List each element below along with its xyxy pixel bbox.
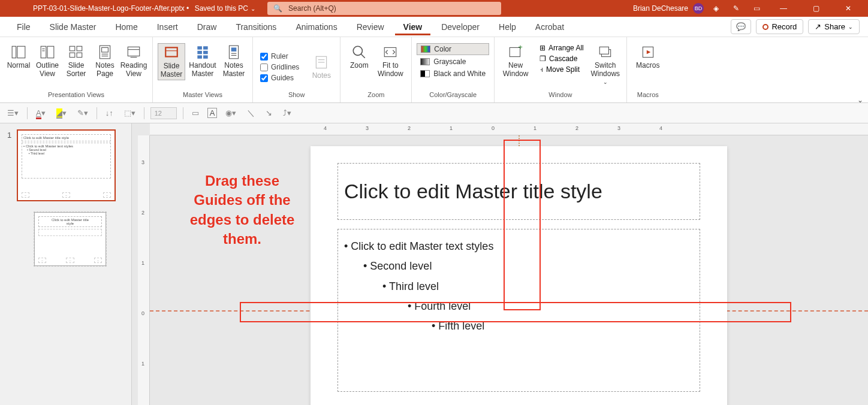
close-button[interactable]: ✕ — [834, 0, 862, 17]
search-placeholder: Search (Alt+Q) — [288, 4, 336, 13]
collapse-ribbon-icon[interactable]: ⌄ — [857, 96, 863, 104]
arrange-all-button[interactable]: ⊞Arrange All — [538, 43, 586, 53]
notes-button[interactable]: Notes — [308, 53, 335, 81]
normal-view-button[interactable]: Normal — [5, 43, 32, 71]
grayscale-button[interactable]: Grayscale — [417, 56, 489, 67]
save-status[interactable]: Saved to this PC — [195, 4, 248, 13]
rectangle-shape-icon[interactable]: ▭ — [189, 107, 201, 119]
svg-rect-20 — [203, 46, 208, 49]
svg-rect-21 — [197, 51, 202, 54]
tab-home[interactable]: Home — [107, 19, 146, 35]
group-label: Show — [288, 91, 305, 100]
arrange-icon: ⊞ — [540, 44, 545, 52]
tab-developer[interactable]: Developer — [433, 19, 488, 35]
highlight-icon[interactable]: ◢▾ — [54, 107, 69, 119]
edit-canvas[interactable]: 4 3 2 1 0 1 2 3 4 3 2 1 0 1 2 Drag these… — [132, 123, 868, 405]
svg-rect-26 — [231, 47, 237, 52]
pen-icon[interactable]: ✎ — [728, 4, 744, 13]
group-label: Master Views — [183, 91, 222, 100]
file-name: PPT-03-01-Slide-Master-Logo-Footer-After… — [0, 4, 185, 13]
font-size-input[interactable]: 12 — [150, 107, 177, 119]
tab-view[interactable]: View — [395, 19, 431, 35]
svg-marker-40 — [647, 50, 651, 55]
gridlines-checkbox[interactable]: Gridlines — [260, 63, 299, 71]
tab-animations[interactable]: Animations — [287, 19, 345, 35]
group-window: +New Window ⊞Arrange All ❐Cascade ⫞Move … — [495, 37, 627, 102]
group-label: Zoom — [367, 91, 384, 100]
main-area: 1 Click to edit Master title style • Cli… — [0, 123, 868, 405]
search-input[interactable]: 🔍 Search (Alt+Q) — [267, 2, 501, 15]
window-mode-icon[interactable]: ▭ — [749, 4, 765, 13]
chevron-down-icon[interactable]: ⌄ — [251, 5, 255, 12]
textbox-icon[interactable]: A — [207, 108, 218, 118]
horizontal-ruler[interactable]: 4 3 2 1 0 1 2 3 4 — [150, 123, 868, 135]
group-macros: Macros Macros — [627, 37, 669, 102]
new-window-button[interactable]: +New Window — [499, 43, 532, 79]
share-button[interactable]: ↗Share⌄ — [808, 19, 860, 34]
master-thumbnail[interactable]: Click to edit Master title style • Click… — [17, 129, 116, 201]
comments-button[interactable]: 💬 — [731, 19, 751, 34]
svg-rect-2 — [41, 46, 46, 58]
switch-windows-button[interactable]: Switch Windows⌄ — [589, 43, 622, 86]
font-color-icon[interactable]: A▾ — [34, 107, 48, 119]
slide-sorter-button[interactable]: Slide Sorter — [62, 43, 90, 79]
reading-view-button[interactable]: Reading View — [120, 43, 147, 79]
layout-thumbnail[interactable]: Click to edit Master title style .......… — [34, 212, 106, 266]
svg-rect-14 — [128, 47, 140, 56]
tab-transitions[interactable]: Transitions — [227, 19, 285, 35]
tab-insert[interactable]: Insert — [149, 19, 186, 35]
cascade-button[interactable]: ❐Cascade — [538, 54, 586, 64]
group-show: Ruler Gridlines Guides Notes Show — [253, 37, 340, 102]
connector-icon[interactable]: ⤴▾ — [281, 107, 294, 119]
minimize-button[interactable]: — — [770, 0, 797, 17]
group-label: Presentation Views — [48, 91, 104, 100]
group-label: Window — [548, 91, 572, 100]
black-white-button[interactable]: Black and White — [417, 68, 489, 79]
group-label: Color/Grayscale — [429, 91, 477, 100]
arrow-icon[interactable]: ↘ — [263, 107, 275, 119]
move-split-button[interactable]: ⫞Move Split — [538, 65, 586, 74]
color-button[interactable]: Color — [417, 43, 489, 55]
macros-button[interactable]: Macros — [632, 43, 664, 71]
pen-icon[interactable]: ✎▾ — [75, 107, 91, 119]
color-icon — [421, 46, 430, 53]
tab-draw[interactable]: Draw — [189, 19, 225, 35]
tab-review[interactable]: Review — [348, 19, 393, 35]
annotation-text: Drag these Guides off the edges to delet… — [182, 171, 302, 249]
svg-rect-22 — [203, 51, 208, 54]
maximize-button[interactable]: ▢ — [802, 0, 830, 17]
guides-checkbox[interactable]: Guides — [260, 74, 299, 82]
tab-file[interactable]: File — [8, 19, 39, 35]
tab-acrobat[interactable]: Acrobat — [527, 19, 572, 35]
notes-page-button[interactable]: Notes Page — [91, 43, 119, 79]
svg-rect-0 — [12, 46, 16, 58]
diamond-icon[interactable]: ◈ — [709, 4, 724, 13]
svg-rect-23 — [197, 55, 202, 58]
shapes-icon[interactable]: ◉▾ — [223, 107, 239, 119]
outline-view-button[interactable]: Outline View — [34, 43, 61, 79]
tab-help[interactable]: Help — [490, 19, 525, 35]
tab-slide-master[interactable]: Slide Master — [41, 19, 105, 35]
line-icon[interactable]: ＼ — [245, 107, 257, 120]
cascade-icon: ❐ — [540, 55, 546, 63]
svg-line-33 — [361, 54, 366, 58]
zoom-button[interactable]: Zoom — [345, 43, 373, 71]
record-button[interactable]: Record — [756, 19, 803, 34]
handout-master-button[interactable]: Handout Master — [186, 43, 219, 79]
svg-point-32 — [354, 46, 363, 55]
notes-master-button[interactable]: Notes Master — [220, 43, 248, 79]
vertical-ruler[interactable]: 3 2 1 0 1 2 — [138, 135, 150, 405]
sort-icon[interactable]: ↓↑ — [103, 107, 116, 119]
arrange-icon[interactable]: ⬚▾ — [122, 107, 138, 119]
fit-to-window-button[interactable]: Fit to Window — [374, 43, 406, 79]
title-bar: PPT-03-01-Slide-Master-Logo-Footer-After… — [0, 0, 868, 17]
user-avatar[interactable]: BD — [693, 3, 704, 14]
align-left-icon[interactable]: ☰▾ — [5, 107, 21, 119]
svg-rect-7 — [77, 46, 82, 51]
group-presentation-views: Normal Outline View Slide Sorter Notes P… — [0, 37, 153, 102]
svg-rect-6 — [70, 46, 75, 51]
slide-master-button[interactable]: Slide Master — [158, 43, 185, 80]
slide-number: 1 — [7, 129, 17, 140]
user-name[interactable]: Brian DeChesare — [633, 4, 688, 13]
ruler-checkbox[interactable]: Ruler — [260, 52, 299, 61]
